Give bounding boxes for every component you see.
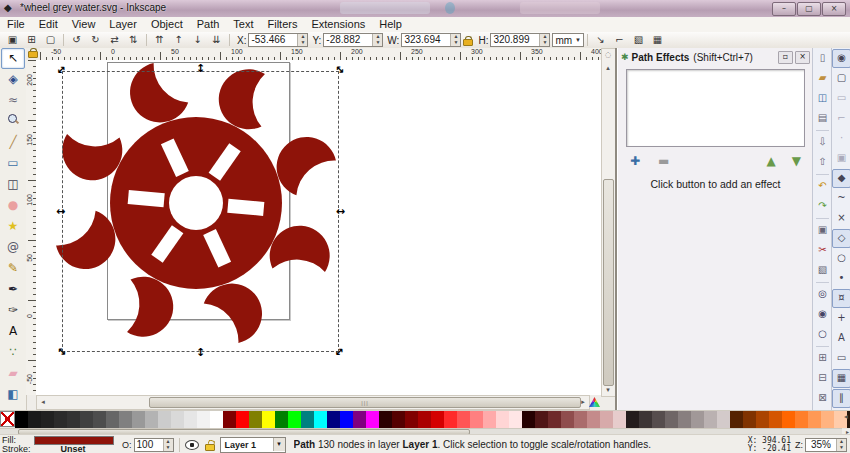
palette-swatch[interactable] [54,411,67,428]
menu-path[interactable]: Path [190,17,227,32]
select-all-button[interactable]: ▣ [3,32,22,48]
palette-swatch[interactable] [41,411,54,428]
palette-swatch[interactable] [665,411,678,428]
x-input[interactable]: -53.466▲▼ [248,33,308,47]
snap-rotation-center-toggle[interactable]: + [832,309,850,328]
duplicate-button[interactable]: ⊞ [813,349,832,368]
snap-centers-toggle[interactable]: ¤ [832,289,850,308]
paste-button[interactable]: ▧ [813,261,832,280]
menu-view[interactable]: View [65,17,103,32]
move-patterns-toggle[interactable]: ▦ [648,32,667,48]
selector-tool[interactable]: ↖ [1,48,25,69]
snap-smooth-nodes-toggle[interactable]: ○ [832,249,850,268]
scale-handle-s[interactable]: ↕ [196,348,205,358]
node-tool[interactable]: ◈ [1,69,25,90]
palette-swatch[interactable] [626,411,639,428]
lower-to-bottom-button[interactable]: ⇊ [207,32,226,48]
palette-swatch[interactable] [236,411,249,428]
palette-swatch[interactable] [275,411,288,428]
palette-swatch[interactable] [132,411,145,428]
snap-grid-toggle[interactable]: ▦ [832,369,850,388]
palette-swatch[interactable] [67,411,80,428]
zoom-drawing-button[interactable]: ◉ [813,305,832,324]
fill-stroke-indicator[interactable]: Fill: Stroke:Unset [2,436,114,453]
palette-swatch[interactable] [561,411,574,428]
palette-swatch[interactable] [158,411,171,428]
palette-swatch[interactable] [483,411,496,428]
layer-dropdown[interactable]: Layer 1▼ [220,437,286,453]
calligraphy-tool[interactable]: ✑ [1,300,25,321]
palette-swatch[interactable] [327,411,340,428]
horizontal-scroll-thumb[interactable]: ||| [149,397,581,408]
canvas[interactable]: ↔ ↔ ↔ ↔ ↕ ↕ ↔ ↔ [36,60,601,395]
palette-swatch[interactable] [743,411,756,428]
palette-swatch[interactable] [106,411,119,428]
bucket-tool[interactable]: ◧ [1,384,25,405]
palette-swatch[interactable] [366,411,379,428]
move-gradients-toggle[interactable]: ▧ [629,32,648,48]
color-managed-view-icon[interactable] [589,397,600,407]
spray-tool[interactable]: ∵ [1,342,25,363]
zoom-input[interactable]: 35%▲▼ [805,438,847,452]
rectangle-tool[interactable]: ▭ [1,153,25,174]
palette-swatch[interactable] [197,411,210,428]
palette-swatch[interactable] [15,411,28,428]
opacity-input[interactable]: 100▲▼ [134,438,174,452]
3dbox-tool[interactable]: ◫ [1,174,25,195]
palette-swatch[interactable] [509,411,522,428]
zoom-tool[interactable] [1,111,25,132]
y-input[interactable]: -28.882▲▼ [323,33,383,47]
palette-swatch[interactable] [678,411,691,428]
snap-bbox-centers-toggle[interactable]: ▣ [832,149,850,168]
palette-swatch[interactable] [249,411,262,428]
menu-layer[interactable]: Layer [102,17,144,32]
scale-corners-toggle[interactable]: ⌐ [610,32,629,48]
zoom-selection-button[interactable]: ◎ [813,285,832,304]
palette-swatch[interactable] [119,411,132,428]
palette-swatch[interactable] [210,411,223,428]
palette-swatch[interactable] [574,411,587,428]
palette-swatch[interactable] [600,411,613,428]
flip-vertical-button[interactable]: ⇅ [124,32,143,48]
palette-swatch[interactable] [340,411,353,428]
flip-horizontal-button[interactable]: ⇄ [105,32,124,48]
scale-handle-e[interactable]: ↔ [336,207,345,217]
move-effect-down-button[interactable]: ▼ [792,154,801,168]
export-button[interactable]: ⇧ [813,153,832,172]
palette-swatch[interactable] [587,411,600,428]
scroll-right-arrow[interactable]: ▸ [577,396,589,408]
palette-swatch[interactable] [301,411,314,428]
palette-swatch[interactable] [496,411,509,428]
cut-button[interactable]: ✂ [813,241,832,260]
palette-swatch[interactable] [223,411,236,428]
palette-swatch[interactable] [392,411,405,428]
scale-stroke-toggle[interactable]: ↘ [591,32,610,48]
palette-swatch[interactable] [28,411,41,428]
snap-bbox-edges-toggle[interactable]: ▭ [832,89,850,108]
menu-object[interactable]: Object [144,17,190,32]
scale-handle-n[interactable]: ↕ [196,64,205,74]
palette-swatch[interactable] [145,411,158,428]
palette-swatch[interactable] [808,411,821,428]
palette-swatch[interactable] [769,411,782,428]
dock-panel-button[interactable]: ▫ [778,51,793,64]
palette-swatch[interactable] [262,411,275,428]
close-panel-button[interactable]: × [795,51,810,64]
import-button[interactable]: ⇩ [813,133,832,152]
save-button[interactable]: ◫ [813,89,832,108]
palette-swatch[interactable] [93,411,106,428]
palette-scroll-left-arrow[interactable]: ◂ [844,412,848,421]
rotate-ccw-button[interactable]: ↺ [67,32,86,48]
palette-swatch[interactable] [431,411,444,428]
layer-lock-toggle[interactable] [205,440,214,449]
palette-swatch[interactable] [171,411,184,428]
zoom-corner-icon[interactable]: ◌ [602,49,614,61]
layer-visibility-toggle[interactable] [185,440,199,450]
snap-page-border-toggle[interactable]: ▭ [832,349,850,368]
snap-guides-toggle[interactable]: ∥ [832,389,850,408]
snap-bbox-toggle[interactable]: ▢ [832,69,850,88]
palette-swatch[interactable] [717,411,730,428]
scroll-up-arrow[interactable]: ▴ [602,62,614,74]
maximize-button[interactable]: ▢ [797,2,821,16]
copy-button[interactable]: ▣ [813,221,832,240]
